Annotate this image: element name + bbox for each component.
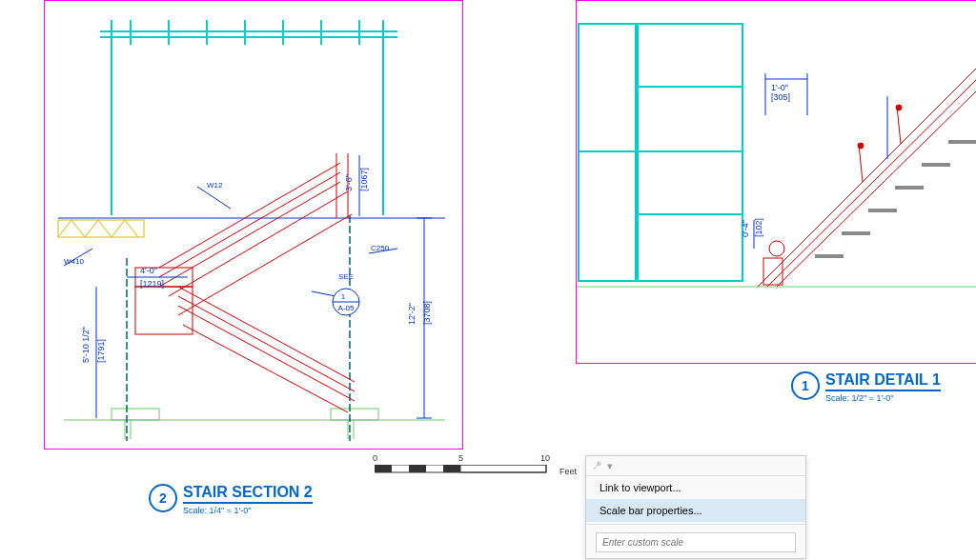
- scale-bar-unit: Feet: [559, 467, 577, 476]
- svg-line-58: [777, 90, 976, 287]
- dim-d1-mm: [305]: [771, 92, 790, 102]
- svg-rect-14: [112, 409, 159, 420]
- scale-bar-tick-0: 0: [373, 453, 377, 463]
- label-c250: C250: [371, 244, 390, 252]
- dim-upper-h: 3'-6": [344, 174, 354, 191]
- svg-point-64: [896, 105, 902, 110]
- svg-line-46: [312, 291, 336, 296]
- svg-line-25: [159, 172, 340, 277]
- svg-line-61: [859, 144, 863, 182]
- svg-rect-79: [443, 465, 460, 472]
- dim-upper-h-mm: [1067]: [359, 168, 369, 191]
- svg-line-24: [159, 163, 340, 268]
- label-see: SEE: [338, 272, 354, 281]
- drawing-detail-1: 1'-0" [305] 0'-4" [102]: [577, 1, 976, 363]
- scale-bar-graphic: [375, 465, 550, 478]
- scale-bar-tick-5: 5: [458, 453, 463, 463]
- dim-landing-w-mm: [1219]: [140, 279, 164, 289]
- svg-line-32: [183, 325, 348, 412]
- dim-landing-w: 4'-0": [140, 266, 157, 275]
- svg-line-31: [178, 306, 355, 401]
- svg-point-63: [858, 143, 864, 149]
- label-w410: W410: [64, 257, 84, 266]
- svg-line-62: [897, 106, 901, 144]
- scale-bar-tick-10: 10: [540, 453, 550, 463]
- title-bubble-2: 2: [149, 484, 177, 512]
- dim-d2: 0'-4": [741, 220, 750, 237]
- svg-rect-78: [409, 465, 426, 472]
- viewport-stair-section-2: 12'-2" [3708] 3'-6" [1067] 5'-10 1/2" [1…: [44, 0, 463, 450]
- svg-line-30: [178, 296, 355, 391]
- viewport-stair-detail-1: 1'-0" [305] 0'-4" [102]: [576, 0, 976, 364]
- menu-link-to-viewport[interactable]: Link to viewport...: [586, 476, 805, 499]
- menu-scale-bar-properties[interactable]: Scale bar properties...: [586, 499, 805, 522]
- svg-rect-34: [135, 287, 193, 334]
- detail-ref-num: 1: [341, 292, 346, 301]
- svg-line-56: [758, 68, 976, 287]
- scale-bar-context-menu: ▾ Link to viewport... Scale bar properti…: [585, 455, 806, 559]
- dim-overall-height-mm: [3708]: [422, 301, 432, 325]
- menu-separator: [586, 524, 805, 525]
- title-text-1: STAIR DETAIL 1: [825, 371, 941, 391]
- title-scale-1: Scale: 1/2" = 1'-0": [825, 393, 941, 403]
- svg-point-59: [769, 241, 784, 256]
- dim-lower-h-mm: [1791]: [96, 339, 106, 363]
- svg-rect-77: [375, 465, 392, 472]
- title-stair-section-2: 2 STAIR SECTION 2 Scale: 1/4" = 1'-0": [149, 484, 313, 515]
- custom-scale-input[interactable]: [596, 532, 796, 552]
- detail-ref-sheet: A-05: [338, 304, 355, 312]
- title-text-2: STAIR SECTION 2: [183, 484, 313, 504]
- svg-line-26: [159, 182, 340, 287]
- dim-d2-mm: [102]: [754, 218, 763, 237]
- svg-rect-15: [331, 409, 378, 420]
- svg-rect-80: [460, 465, 546, 472]
- svg-line-43: [197, 187, 231, 209]
- title-stair-detail-1: 1 STAIR DETAIL 1 Scale: 1/2" = 1'-0": [791, 371, 941, 403]
- label-w12: W12: [207, 181, 223, 190]
- title-bubble-1: 1: [791, 371, 820, 400]
- svg-line-57: [767, 79, 976, 287]
- drawing-section-2: 12'-2" [3708] 3'-6" [1067] 5'-10 1/2" [1…: [45, 1, 462, 449]
- context-menu-header: ▾: [586, 456, 805, 476]
- dim-lower-h: 5'-10 1/2": [81, 327, 91, 363]
- dim-overall-height: 12'-2": [407, 303, 417, 325]
- wrench-icon: [592, 460, 603, 471]
- svg-line-27: [169, 191, 348, 296]
- svg-line-28: [178, 214, 352, 315]
- scale-bar[interactable]: 0 5 10 Feet: [375, 465, 577, 478]
- title-scale-2: Scale: 1/4" = 1'-0": [183, 506, 313, 515]
- svg-line-29: [178, 287, 355, 382]
- dim-d1: 1'-0": [771, 83, 788, 92]
